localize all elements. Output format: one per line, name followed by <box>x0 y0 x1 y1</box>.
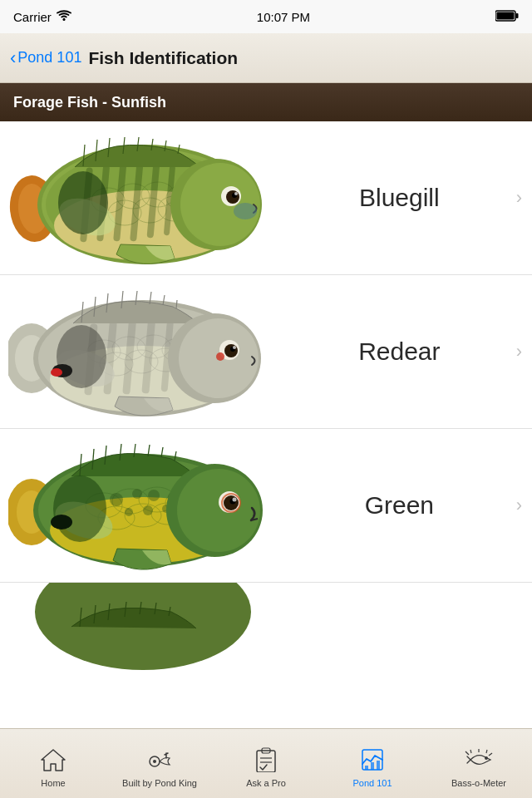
svg-rect-134 <box>371 762 374 770</box>
svg-rect-133 <box>365 766 368 770</box>
redear-image-area <box>0 275 283 429</box>
partial-illustration <box>8 583 274 682</box>
back-chevron-icon: ‹ <box>10 49 16 67</box>
redear-name: Redear <box>283 337 516 366</box>
bassometer-tab-label: Bass-o-Meter <box>451 778 506 788</box>
svg-rect-3 <box>497 12 515 19</box>
section-header-text: Forage Fish - Sunfish <box>13 94 166 111</box>
svg-rect-2 <box>516 13 519 18</box>
bluegill-image-area <box>0 121 283 275</box>
svg-point-66 <box>57 325 106 388</box>
fish-item-redear[interactable]: Redear › <box>0 275 532 429</box>
wrench-icon <box>145 745 175 775</box>
tab-item-askpro[interactable]: Ask a Pro <box>213 729 319 798</box>
fish-list: Bluegill › <box>0 121 532 728</box>
green-name: Green <box>283 491 516 520</box>
pond101-icon <box>357 745 387 775</box>
fish-item-bluegill[interactable]: Bluegill › <box>0 121 532 275</box>
svg-point-136 <box>485 756 488 760</box>
back-button[interactable]: ‹ Pond 101 <box>10 49 81 67</box>
pond101-tab-label: Pond 101 <box>352 778 392 788</box>
svg-point-116 <box>233 497 237 501</box>
green-illustration <box>8 437 274 574</box>
tab-item-pond101[interactable]: Pond 101 <box>319 729 426 798</box>
time-display: 10:07 PM <box>257 10 310 24</box>
carrier-label: Carrier <box>13 10 52 24</box>
bluegill-chevron-icon: › <box>516 187 522 209</box>
svg-point-97 <box>143 505 153 515</box>
svg-point-94 <box>148 490 160 501</box>
svg-rect-135 <box>377 761 380 770</box>
svg-point-68 <box>51 368 62 377</box>
tab-item-home[interactable]: Home <box>0 729 106 798</box>
status-bar-right <box>495 10 519 24</box>
svg-point-127 <box>153 760 156 763</box>
svg-line-138 <box>470 750 471 753</box>
tab-item-bassometer[interactable]: Bass-o-Meter <box>426 729 532 798</box>
partial-image-area <box>0 583 283 682</box>
svg-point-96 <box>125 508 133 516</box>
svg-point-32 <box>58 171 108 234</box>
wifi-icon <box>57 10 71 24</box>
green-chevron-icon: › <box>516 495 522 516</box>
svg-line-141 <box>489 753 492 756</box>
svg-rect-128 <box>257 751 275 772</box>
svg-point-92 <box>110 493 123 506</box>
pondking-tab-label: Built by Pond King <box>122 778 197 788</box>
green-image-area <box>0 429 283 583</box>
svg-line-140 <box>486 750 487 753</box>
status-bar: Carrier 10:07 PM <box>0 0 532 33</box>
svg-point-74 <box>233 346 236 349</box>
back-label: Pond 101 <box>17 49 81 66</box>
svg-point-39 <box>234 203 257 219</box>
status-bar-left: Carrier <box>13 10 71 24</box>
svg-point-38 <box>234 192 238 195</box>
nav-bar: ‹ Pond 101 Fish Identification <box>0 33 532 83</box>
section-header: Forage Fish - Sunfish <box>0 83 532 121</box>
home-tab-label: Home <box>41 778 65 788</box>
bluegill-illustration <box>8 130 274 267</box>
home-icon <box>38 745 68 775</box>
svg-point-93 <box>132 489 142 499</box>
redear-chevron-icon: › <box>516 341 522 362</box>
fish-item-green[interactable]: Green › <box>0 429 532 583</box>
svg-point-109 <box>51 515 72 530</box>
svg-line-137 <box>466 751 469 755</box>
askpro-tab-label: Ask a Pro <box>246 778 286 788</box>
tab-item-pondking[interactable]: Built by Pond King <box>106 729 213 798</box>
svg-point-0 <box>62 18 65 21</box>
fish-item-partial[interactable] <box>0 583 532 682</box>
svg-point-108 <box>53 475 106 542</box>
tab-bar: Home Built by Pond King Ask a Pro <box>0 728 532 798</box>
clipboard-icon <box>251 745 281 775</box>
svg-point-75 <box>216 352 224 361</box>
bass-icon <box>464 745 494 775</box>
bluegill-name: Bluegill <box>283 184 516 212</box>
redear-illustration <box>8 283 274 421</box>
page-title: Fish Identification <box>88 48 238 68</box>
svg-point-111 <box>177 469 260 552</box>
battery-icon <box>495 10 519 24</box>
